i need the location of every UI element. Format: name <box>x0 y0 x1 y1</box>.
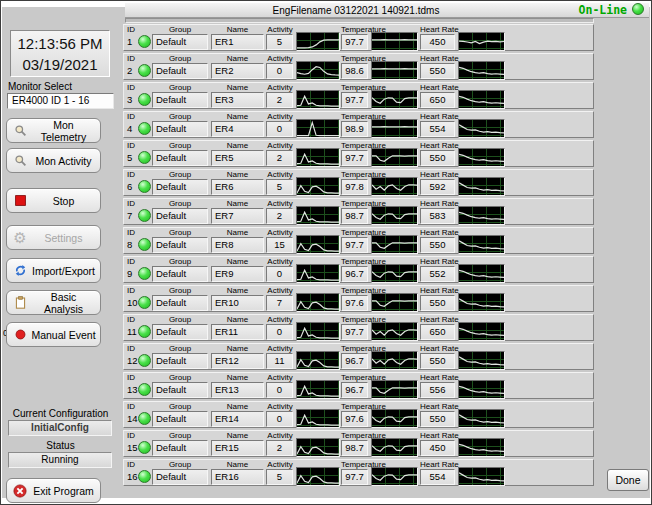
activity-graph <box>296 293 340 312</box>
basic-analysis-button[interactable]: Basic Analysis <box>6 290 101 315</box>
red-dot-icon <box>13 328 27 342</box>
col-label-activity: Activity <box>264 402 296 411</box>
temperature-value: 98.9 <box>341 121 368 137</box>
group-field[interactable]: Default <box>152 208 208 224</box>
name-field[interactable]: ER14 <box>211 411 264 427</box>
activity-graph <box>296 177 340 196</box>
col-label-activity: Activity <box>264 54 296 63</box>
activity-value: 2 <box>266 150 293 166</box>
filename-titlebar: EngFilename 03122021 140921.tdms <box>125 2 649 18</box>
heart-rate-graph <box>458 351 505 370</box>
monitor-select-dropdown[interactable]: ER4000 ID 1 - 16 <box>7 93 114 109</box>
exit-program-button[interactable]: Exit Program <box>6 478 101 503</box>
group-field[interactable]: Default <box>152 179 208 195</box>
temperature-graph <box>371 293 418 312</box>
heart-rate-graph <box>458 380 505 399</box>
col-label-id: ID <box>127 83 135 92</box>
mon-activity-button[interactable]: Mon Activity <box>6 148 101 173</box>
name-field[interactable]: ER4 <box>211 121 264 137</box>
group-field[interactable]: Default <box>152 34 208 50</box>
group-field[interactable]: Default <box>152 92 208 108</box>
name-field[interactable]: ER15 <box>211 440 264 456</box>
group-field[interactable]: Default <box>152 469 208 485</box>
done-button[interactable]: Done <box>607 469 649 491</box>
temperature-value: 96.7 <box>341 266 368 282</box>
status-led-icon <box>138 122 151 135</box>
temperature-graph <box>371 380 418 399</box>
group-field[interactable]: Default <box>152 295 208 311</box>
name-field[interactable]: ER3 <box>211 92 264 108</box>
col-label-heart-rate: Heart Rate <box>420 402 459 411</box>
manual-event-button[interactable]: Manual Event <box>6 322 101 347</box>
import-export-button[interactable]: Import/Export <box>6 258 101 283</box>
refresh-arrows-icon <box>13 264 27 278</box>
status-led-icon <box>138 238 151 251</box>
col-label-heart-rate: Heart Rate <box>420 373 459 382</box>
group-field[interactable]: Default <box>152 237 208 253</box>
col-label-activity: Activity <box>264 25 296 34</box>
name-field[interactable]: ER9 <box>211 266 264 282</box>
heart-rate-value: 450 <box>420 440 455 456</box>
settings-button[interactable]: ⚙ Settings <box>6 225 101 250</box>
group-field[interactable]: Default <box>152 150 208 166</box>
monitor-row: ID 11 Group Default Name ER11 Activity 0… <box>123 314 594 341</box>
name-field[interactable]: ER16 <box>211 469 264 485</box>
current-config-value: InitialConfig <box>8 420 112 436</box>
name-field[interactable]: ER12 <box>211 353 264 369</box>
activity-graph <box>296 438 340 457</box>
col-label-name: Name <box>211 402 264 411</box>
group-field[interactable]: Default <box>152 440 208 456</box>
name-field[interactable]: ER11 <box>211 324 264 340</box>
col-label-activity: Activity <box>264 344 296 353</box>
status-led-icon <box>138 383 151 396</box>
group-field[interactable]: Default <box>152 382 208 398</box>
name-field[interactable]: ER10 <box>211 295 264 311</box>
col-label-activity: Activity <box>264 141 296 150</box>
group-field[interactable]: Default <box>152 266 208 282</box>
name-field[interactable]: ER1 <box>211 34 264 50</box>
col-label-activity: Activity <box>264 228 296 237</box>
monitor-row: ID 13 Group Default Name ER13 Activity 0… <box>123 372 594 399</box>
heart-rate-value: 450 <box>420 34 455 50</box>
monitor-row: ID 12 Group Default Name ER12 Activity 1… <box>123 343 594 370</box>
heart-rate-value: 650 <box>420 324 455 340</box>
group-field[interactable]: Default <box>152 411 208 427</box>
magnifier-icon <box>13 154 27 168</box>
col-label-name: Name <box>211 315 264 324</box>
monitor-row: ID 1 Group Default Name ER1 Activity 5 T… <box>123 24 594 51</box>
mon-telemetry-button[interactable]: Mon Telemetry <box>6 118 101 143</box>
group-field[interactable]: Default <box>152 353 208 369</box>
status-led-icon <box>138 441 151 454</box>
current-config-label: Current Configuration <box>1 408 120 419</box>
col-label-heart-rate: Heart Rate <box>420 257 459 266</box>
stop-button[interactable]: Stop <box>6 188 101 213</box>
name-field[interactable]: ER2 <box>211 63 264 79</box>
activity-value: 2 <box>266 440 293 456</box>
col-label-id: ID <box>127 257 135 266</box>
activity-value: 5 <box>266 469 293 485</box>
temperature-value: 97.8 <box>341 179 368 195</box>
horizontal-scrollbar[interactable] <box>125 18 594 23</box>
activity-value: 2 <box>266 92 293 108</box>
status-led-icon <box>138 64 151 77</box>
heart-rate-graph <box>458 206 505 225</box>
row-id-value: 3 <box>127 94 132 105</box>
col-label-id: ID <box>127 402 135 411</box>
name-field[interactable]: ER6 <box>211 179 264 195</box>
temperature-graph <box>371 409 418 428</box>
group-field[interactable]: Default <box>152 63 208 79</box>
temperature-graph <box>371 119 418 138</box>
col-label-id: ID <box>127 315 135 324</box>
temperature-graph <box>371 235 418 254</box>
name-field[interactable]: ER13 <box>211 382 264 398</box>
activity-value: 0 <box>266 121 293 137</box>
col-label-id: ID <box>127 431 135 440</box>
name-field[interactable]: ER7 <box>211 208 264 224</box>
monitor-row: ID 6 Group Default Name ER6 Activity 5 T… <box>123 169 594 196</box>
group-field[interactable]: Default <box>152 324 208 340</box>
activity-graph <box>296 119 340 138</box>
name-field[interactable]: ER8 <box>211 237 264 253</box>
name-field[interactable]: ER5 <box>211 150 264 166</box>
monitor-row: ID 10 Group Default Name ER10 Activity 7… <box>123 285 594 312</box>
group-field[interactable]: Default <box>152 121 208 137</box>
